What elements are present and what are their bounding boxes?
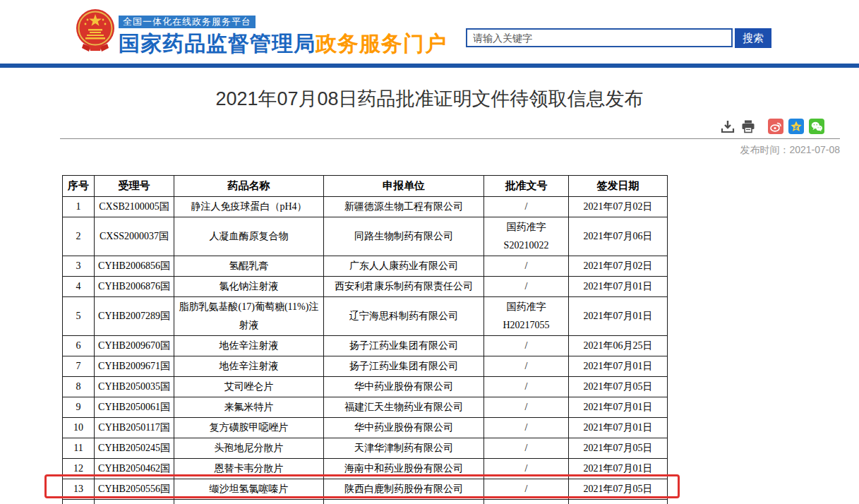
site-title-secondary: 政务服务门户 — [316, 32, 447, 55]
publish-time: 发布时间：2021-07-08 — [740, 144, 840, 157]
table-cell: / — [484, 459, 569, 479]
table-cell: 3 — [63, 256, 95, 277]
table-cell: 2021年07月05日 — [569, 479, 668, 500]
table-cell: 来氟米特片 — [174, 397, 324, 418]
table-cell: 5 — [63, 297, 95, 336]
table-cell: CYHB2007289国 — [95, 297, 174, 336]
table-cell: 2021年06月25日 — [569, 336, 668, 356]
table-cell: 恩替卡韦分散片 — [174, 459, 324, 479]
table-cell: CYHB2100335国 — [95, 500, 174, 504]
table-cell: 辽宁海思科制药有限公司 — [324, 297, 484, 336]
toolbar — [720, 119, 824, 134]
table-cell: CYHB2006856国 — [95, 256, 174, 277]
site-title-primary: 国家药品监督管理局 — [119, 32, 316, 55]
table-cell: 氢醌乳膏 — [174, 256, 324, 277]
table-cell: 2021年07月01日 — [569, 356, 668, 377]
table-cell: 天津华津制药有限公司 — [324, 438, 484, 459]
table-cell: 复方磺胺甲噁唑片 — [174, 418, 324, 438]
table-cell: 脂肪乳氨基酸(17)葡萄糖(11%)注射液 — [174, 297, 324, 336]
table-cell: 2021年07月01日 — [569, 459, 668, 479]
table-cell: / — [484, 256, 569, 277]
table-cell: 地佐辛注射液 — [174, 336, 324, 356]
table-cell: 静注人免疫球蛋白（pH4） — [174, 197, 324, 217]
table-cell: 9 — [63, 397, 95, 418]
table-cell: 扬子江药业集团有限公司 — [324, 356, 484, 377]
table-cell: CYHB2009670国 — [95, 336, 174, 356]
table-cell: / — [484, 356, 569, 377]
table-cell: 2 — [63, 217, 95, 256]
table-cell: / — [484, 479, 569, 500]
column-header: 批准文号 — [484, 176, 569, 197]
platform-badge: 全国一体化在线政务服务平台 — [119, 16, 256, 28]
column-header: 药品名称 — [174, 176, 324, 197]
search-input[interactable] — [466, 28, 733, 47]
table-cell: CYHB2006876国 — [95, 277, 174, 297]
table-row: 13CYHB2050556国缬沙坦氢氯噻嗪片陕西白鹿制药股份有限公司/2021年… — [63, 479, 668, 500]
table-cell: 11 — [63, 438, 95, 459]
table-cell: 13 — [63, 479, 95, 500]
table-row: 2CXSS2000037国人凝血酶原复合物同路生物制药有限公司国药准字S2021… — [63, 217, 668, 256]
table-body: 1CXSB2100005国静注人免疫球蛋白（pH4）新疆德源生物工程有限公司/2… — [63, 197, 668, 504]
table-cell: / — [484, 336, 569, 356]
table-cell: 氯化钠注射液 — [174, 500, 324, 504]
table-cell: / — [484, 377, 569, 397]
table-cell: / — [484, 438, 569, 459]
table-cell: 2021年07月05日 — [569, 377, 668, 397]
table-cell: 陕西白鹿制药股份有限公司 — [324, 479, 484, 500]
table-cell: 四川科伦药业股份有限公司 — [324, 500, 484, 504]
table-cell: 14 — [63, 500, 95, 504]
search-button[interactable]: 搜索 — [735, 28, 771, 48]
table-cell: CYHB2050061国 — [95, 397, 174, 418]
table-cell: 国药准字S20210022 — [484, 217, 569, 256]
table-cell: CXSB2100005国 — [95, 197, 174, 217]
table-cell: 2021年07月02日 — [569, 197, 668, 217]
table-cell: 头孢地尼分散片 — [174, 438, 324, 459]
table-cell: 4 — [63, 277, 95, 297]
table-cell: CYHB2050117国 — [95, 418, 174, 438]
table-cell: CYHB2050035国 — [95, 377, 174, 397]
site-title: 国家药品监督管理局政务服务门户 — [119, 30, 447, 59]
table-cell: 广东人人康药业有限公司 — [324, 256, 484, 277]
table-cell: 12 — [63, 459, 95, 479]
table-cell: 8 — [63, 377, 95, 397]
table-cell: 2021年07月05日 — [569, 438, 668, 459]
table-cell: 1 — [63, 197, 95, 217]
table-cell: 人凝血酶原复合物 — [174, 217, 324, 256]
download-icon[interactable] — [720, 119, 735, 134]
results-table: 序号受理号药品名称申报单位批准文号签发日期 1CXSB2100005国静注人免疫… — [62, 175, 668, 504]
table-cell: 华中药业股份有限公司 — [324, 418, 484, 438]
table-cell: 7 — [63, 356, 95, 377]
table-cell: / — [484, 277, 569, 297]
table-row: 1CXSB2100005国静注人免疫球蛋白（pH4）新疆德源生物工程有限公司/2… — [63, 197, 668, 217]
column-header: 签发日期 — [569, 176, 668, 197]
table-cell: 10 — [63, 418, 95, 438]
site-header: 全国一体化在线政务服务平台 国家药品监督管理局政务服务门户 搜索 — [0, 0, 859, 64]
weibo-share-icon[interactable] — [768, 119, 783, 134]
wechat-share-icon[interactable] — [809, 119, 824, 134]
header-divider-bar — [0, 64, 859, 68]
table-cell: CXSS2000037国 — [95, 217, 174, 256]
national-emblem-logo — [75, 8, 116, 52]
table-cell: CYHB2050462国 — [95, 459, 174, 479]
table-cell: CYHB2050245国 — [95, 438, 174, 459]
table-row: 11CYHB2050245国头孢地尼分散片天津华津制药有限公司/2021年07月… — [63, 438, 668, 459]
table-row: 3CYHB2006856国氢醌乳膏广东人人康药业有限公司/2021年07月02日 — [63, 256, 668, 277]
table-row: 14CYHB2100335国氯化钠注射液四川科伦药业股份有限公司/2021年07… — [63, 500, 668, 504]
column-header: 受理号 — [95, 176, 174, 197]
table-cell: 扬子江药业集团有限公司 — [324, 336, 484, 356]
table-cell: 2021年07月01日 — [569, 297, 668, 336]
print-icon[interactable] — [740, 119, 756, 134]
qzone-share-icon[interactable] — [788, 119, 804, 134]
table-cell: CYHB2050556国 — [95, 479, 174, 500]
column-header: 申报单位 — [324, 176, 484, 197]
table-row: 6CYHB2009670国地佐辛注射液扬子江药业集团有限公司/2021年06月2… — [63, 336, 668, 356]
table-cell: 海南中和药业股份有限公司 — [324, 459, 484, 479]
table-cell: 福建汇天生物药业有限公司 — [324, 397, 484, 418]
table-row: 8CYHB2050035国艾司唑仑片华中药业股份有限公司/2021年07月05日 — [63, 377, 668, 397]
table-header-row: 序号受理号药品名称申报单位批准文号签发日期 — [63, 176, 668, 197]
table-cell: / — [484, 397, 569, 418]
table-cell: 新疆德源生物工程有限公司 — [324, 197, 484, 217]
table-row: 10CYHB2050117国复方磺胺甲噁唑片华中药业股份有限公司/2021年07… — [63, 418, 668, 438]
brand: 全国一体化在线政务服务平台 国家药品监督管理局政务服务门户 — [119, 15, 447, 59]
table-cell: 2021年07月01日 — [569, 500, 668, 504]
